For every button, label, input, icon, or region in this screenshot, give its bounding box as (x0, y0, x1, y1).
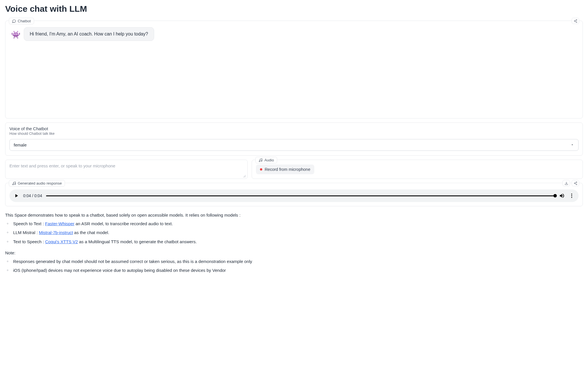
share-button[interactable] (572, 18, 579, 24)
description: This Space demonstrates how to speak to … (5, 211, 583, 274)
svg-point-1 (574, 20, 575, 21)
svg-point-8 (261, 160, 262, 161)
audio-player: 0:04 / 0:04 (9, 189, 579, 202)
audio-progress[interactable] (46, 195, 555, 196)
page-title: Voice chat with LLM (5, 4, 583, 14)
chat-message-row: 👾 Hi friend, I'm Amy, an AI coach. How c… (11, 27, 577, 41)
chatbot-panel: Chatbot 👾 Hi friend, I'm Amy, an AI coac… (5, 21, 583, 118)
audio-output-label-text: Generated audio response (18, 181, 62, 185)
svg-point-17 (571, 194, 572, 195)
models-list: Speech to Text : Faster-Whisper an ASR m… (5, 220, 583, 246)
audio-time: 0:04 / 0:04 (23, 193, 42, 198)
audio-input-label: Audio (255, 157, 277, 163)
record-button[interactable]: Record from microphone (256, 165, 314, 174)
link-mistral[interactable]: Mistral-7b-instruct (39, 230, 73, 235)
svg-point-7 (259, 161, 260, 162)
svg-point-10 (15, 183, 16, 185)
item-suffix: as a Multilingual TTS model, to generate… (78, 239, 197, 244)
share-audio-button[interactable] (572, 180, 579, 186)
more-vertical-icon (569, 193, 575, 199)
svg-line-16 (575, 182, 576, 183)
audio-output-panel: Generated audio response 0:04 / 0:04 (5, 183, 583, 206)
download-icon (565, 181, 568, 185)
list-item: Responses generated by chat model should… (11, 258, 583, 265)
voice-subtitle: How should Chatbot talk like (9, 132, 579, 136)
item-suffix: as the chat model. (73, 230, 109, 235)
play-icon (13, 193, 19, 199)
list-item: iOS (Iphone/Ipad) devices may not experi… (11, 267, 583, 274)
record-button-label: Record from microphone (265, 167, 310, 172)
more-button[interactable] (569, 193, 575, 199)
audio-input-label-text: Audio (264, 158, 274, 162)
svg-point-12 (576, 182, 577, 183)
svg-point-14 (576, 184, 577, 185)
alien-monster-icon: 👾 (11, 30, 20, 39)
music-icon (12, 181, 16, 185)
item-suffix: an ASR model, to transcribe recorded aud… (74, 221, 173, 226)
svg-point-13 (574, 183, 575, 183)
notes-list: Responses generated by chat model should… (5, 258, 583, 274)
total-time: 0:04 (34, 193, 42, 198)
list-item: Text to Speech : Coqui's XTTS V2 as a Mu… (11, 238, 583, 246)
svg-line-4 (575, 20, 576, 21)
svg-point-2 (576, 21, 577, 22)
music-icon (259, 158, 263, 162)
note-title: Note: (5, 249, 583, 257)
audio-input-panel: Audio Record from microphone (252, 160, 583, 179)
chat-bubble: Hi friend, I'm Amy, an AI coach. How can… (24, 27, 154, 41)
link-faster-whisper[interactable]: Faster-Whisper (45, 221, 74, 226)
item-prefix: Speech to Text : (13, 221, 45, 226)
share-icon (574, 181, 577, 185)
svg-point-19 (571, 197, 572, 198)
link-coqui[interactable]: Coqui's XTTS V2 (45, 239, 78, 244)
chat-icon (12, 19, 16, 23)
voice-select-value: female (14, 142, 27, 147)
voice-select[interactable]: female (9, 139, 579, 151)
list-item: LLM Mistral : Mistral-7b-instruct as the… (11, 229, 583, 236)
volume-button[interactable] (559, 193, 565, 199)
svg-point-9 (13, 184, 14, 185)
volume-icon (559, 193, 565, 199)
item-prefix: Text to Speech : (13, 239, 45, 244)
play-button[interactable] (13, 193, 19, 199)
item-prefix: LLM Mistral : (13, 230, 39, 235)
svg-point-18 (571, 195, 572, 196)
current-time: 0:04 (23, 193, 31, 198)
record-dot-icon (260, 168, 262, 171)
chatbot-label-text: Chatbot (18, 19, 31, 23)
svg-line-3 (575, 21, 576, 22)
download-button[interactable] (563, 180, 570, 186)
progress-thumb[interactable] (553, 194, 557, 197)
voice-select-panel: Voice of the Chatbot How should Chatbot … (5, 122, 583, 156)
chatbot-panel-label: Chatbot (9, 18, 34, 24)
text-input[interactable] (5, 160, 247, 178)
chat-body: 👾 Hi friend, I'm Amy, an AI coach. How c… (5, 21, 583, 118)
text-entry-panel (5, 160, 248, 179)
share-icon (574, 19, 577, 23)
svg-line-15 (575, 183, 576, 184)
voice-title: Voice of the Chatbot (9, 126, 579, 131)
svg-point-0 (576, 19, 577, 20)
audio-output-label: Generated audio response (9, 180, 65, 187)
list-item: Speech to Text : Faster-Whisper an ASR m… (11, 220, 583, 227)
input-row: Audio Record from microphone (5, 160, 583, 179)
chat-message-text: Hi friend, I'm Amy, an AI coach. How can… (30, 31, 148, 36)
bot-avatar: 👾 (11, 30, 20, 39)
description-intro: This Space demonstrates how to speak to … (5, 211, 583, 219)
